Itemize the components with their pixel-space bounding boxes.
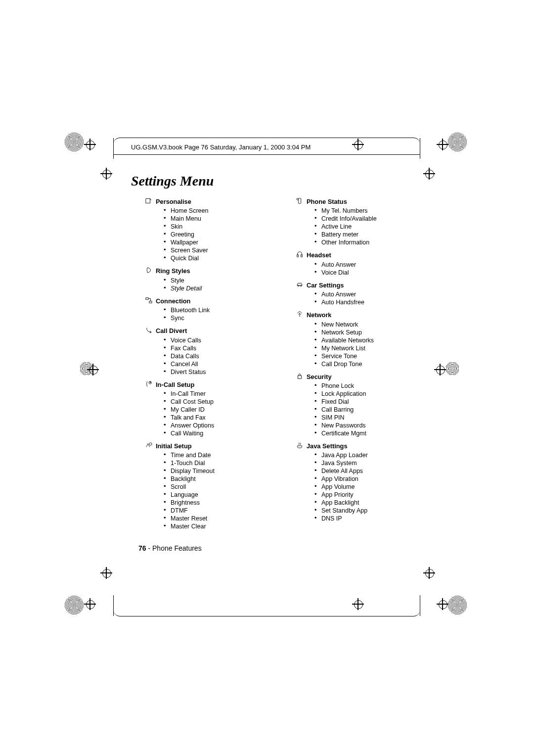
menu-item: Data Calls bbox=[171, 352, 255, 360]
menu-item: Other Information bbox=[321, 238, 405, 246]
personalise-icon bbox=[145, 197, 154, 204]
registration-mark-icon bbox=[423, 567, 435, 579]
menu-item: Master Clear bbox=[171, 522, 255, 530]
menu-section: ConnectionBluetooth LinkSync bbox=[131, 297, 255, 322]
svg-point-10 bbox=[300, 285, 302, 286]
menu-item: Java System bbox=[321, 459, 405, 467]
menu-item: Fax Calls bbox=[171, 344, 255, 352]
menu-section: NetworkNew NetworkNetwork SetupAvailable… bbox=[282, 311, 405, 368]
menu-item: Auto Answer bbox=[321, 261, 405, 269]
svg-point-6 bbox=[297, 198, 299, 200]
menu-section: Phone StatusMy Tel. NumbersCredit Info/A… bbox=[282, 198, 405, 246]
menu-item: Available Networks bbox=[321, 336, 405, 344]
menu-item: Auto Handsfree bbox=[321, 298, 405, 306]
menu-item: Time and Date bbox=[171, 451, 255, 459]
menu-item-list: Voice CallsFax CallsData CallsCancel All… bbox=[156, 336, 255, 376]
menu-section-title: Initial Setup bbox=[156, 442, 255, 450]
ring-styles-icon bbox=[145, 267, 154, 274]
menu-item: Call Waiting bbox=[171, 429, 255, 437]
menu-item: Screen Saver bbox=[171, 246, 255, 254]
running-header: UG.GSM.V3.book Page 76 Saturday, January… bbox=[131, 143, 311, 151]
svg-point-4 bbox=[149, 443, 152, 445]
menu-item: App Vibration bbox=[321, 475, 405, 483]
menu-item: Quick Dial bbox=[171, 254, 255, 262]
right-column: Phone StatusMy Tel. NumbersCredit Info/A… bbox=[282, 198, 405, 535]
menu-item: DTMF bbox=[171, 507, 255, 515]
manual-page: UG.GSM.V3.book Page 76 Saturday, January… bbox=[0, 0, 534, 756]
svg-rect-5 bbox=[298, 198, 301, 204]
menu-item: Style Detail bbox=[171, 284, 255, 292]
footer-frame bbox=[113, 599, 420, 616]
menu-item-list: In-Call TimerCall Cost SetupMy Caller ID… bbox=[156, 390, 255, 437]
registration-mark-icon bbox=[437, 598, 448, 610]
menu-item: Skin bbox=[171, 223, 255, 231]
menu-section: Ring StylesStyleStyle Detail bbox=[131, 267, 255, 292]
menu-item: Credit Info/Available bbox=[321, 215, 405, 223]
in-call-setup-icon bbox=[145, 380, 154, 387]
menu-item: Service Tone bbox=[321, 352, 405, 360]
page-content: Settings Menu PersonaliseHome ScreenMain… bbox=[131, 173, 425, 535]
menu-item: New Passwords bbox=[321, 422, 405, 429]
menu-item: Network Setup bbox=[321, 329, 405, 336]
menu-item: My Tel. Numbers bbox=[321, 207, 405, 215]
menu-section-title: Headset bbox=[307, 251, 405, 259]
menu-item: Certificate Mgmt bbox=[321, 429, 405, 437]
menu-item: Main Menu bbox=[171, 215, 255, 223]
menu-item: Voice Calls bbox=[171, 336, 255, 344]
menu-item: Language bbox=[171, 491, 255, 499]
menu-item-list: Bluetooth LinkSync bbox=[156, 306, 255, 322]
menu-item: My Network List bbox=[321, 344, 405, 352]
svg-rect-11 bbox=[298, 376, 302, 378]
menu-item-list: Auto AnswerAuto Handsfree bbox=[307, 290, 405, 306]
menu-item: Wallpaper bbox=[171, 238, 255, 246]
menu-item: Backlight bbox=[171, 475, 255, 483]
menu-item: Phone Lock bbox=[321, 382, 405, 390]
registration-mark-icon bbox=[87, 364, 99, 376]
menu-item: Call Drop Tone bbox=[321, 360, 405, 368]
menu-section-title: Network bbox=[307, 311, 405, 319]
menu-columns: PersonaliseHome ScreenMain MenuSkinGreet… bbox=[131, 198, 425, 535]
menu-section-title: Personalise bbox=[156, 198, 255, 206]
menu-item: Auto Answer bbox=[321, 290, 405, 298]
menu-item: Style bbox=[171, 277, 255, 284]
menu-section: Car SettingsAuto AnswerAuto Handsfree bbox=[282, 282, 405, 306]
crop-mark-icon bbox=[447, 132, 467, 152]
registration-mark-icon bbox=[100, 168, 112, 180]
menu-item-list: StyleStyle Detail bbox=[156, 277, 255, 292]
menu-item: Scroll bbox=[171, 483, 255, 491]
car-settings-icon bbox=[296, 281, 305, 288]
page-footer: 76 - Phone Features bbox=[138, 544, 202, 552]
headset-icon bbox=[296, 251, 305, 258]
menu-item-list: Java App LoaderJava SystemDelete All App… bbox=[307, 451, 405, 522]
menu-item: Call Barring bbox=[321, 406, 405, 414]
menu-item: Battery meter bbox=[321, 231, 405, 238]
menu-section: HeadsetAuto AnswerVoice Dial bbox=[282, 251, 405, 276]
menu-item: App Volume bbox=[321, 483, 405, 491]
menu-section-title: Call Divert bbox=[156, 327, 255, 335]
menu-item: Display Timeout bbox=[171, 467, 255, 475]
menu-item-list: New NetworkNetwork SetupAvailable Networ… bbox=[307, 321, 405, 368]
registration-mark-icon bbox=[437, 139, 448, 150]
registration-mark-icon bbox=[434, 364, 446, 376]
menu-item: Answer Options bbox=[171, 422, 255, 429]
java-settings-icon bbox=[296, 442, 305, 449]
page-number: 76 bbox=[138, 544, 146, 552]
menu-item-list: Time and Date1-Touch DialDisplay Timeout… bbox=[156, 451, 255, 530]
menu-item: Fixed Dial bbox=[321, 398, 405, 406]
menu-item: Talk and Fax bbox=[171, 414, 255, 422]
network-icon bbox=[296, 311, 305, 318]
menu-section-title: Car Settings bbox=[307, 282, 405, 289]
crop-mark-icon bbox=[445, 362, 459, 376]
phone-status-icon bbox=[296, 197, 305, 204]
menu-item: Bluetooth Link bbox=[171, 306, 255, 314]
menu-item: Call Cost Setup bbox=[171, 398, 255, 406]
registration-mark-icon bbox=[84, 139, 96, 150]
menu-section: Initial SetupTime and Date1-Touch DialDi… bbox=[131, 442, 255, 530]
security-icon bbox=[296, 373, 305, 379]
menu-item: Sync bbox=[171, 314, 255, 322]
menu-item: Divert Status bbox=[171, 368, 255, 376]
menu-section-title: Connection bbox=[156, 297, 255, 305]
menu-item: Active Line bbox=[321, 223, 405, 231]
menu-section-title: Ring Styles bbox=[156, 267, 255, 275]
menu-item-list: Phone LockLock ApplicationFixed DialCall… bbox=[307, 382, 405, 437]
